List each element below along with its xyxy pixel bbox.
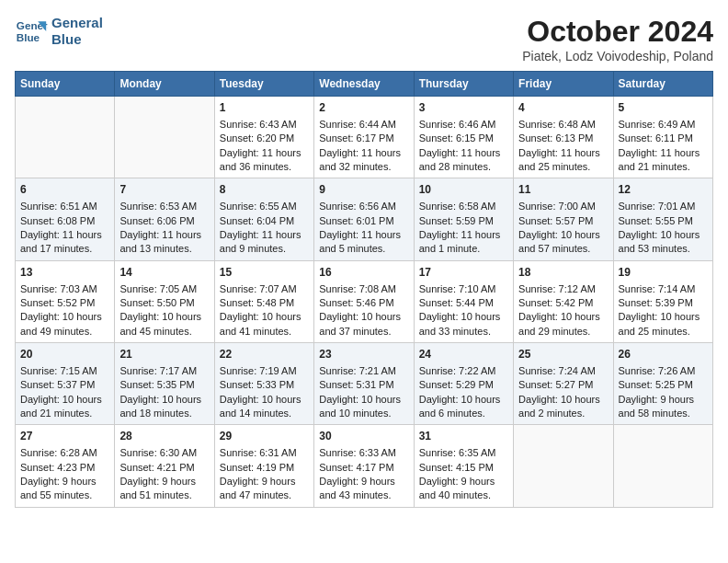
day-info: Sunset: 5:48 PM bbox=[220, 296, 309, 310]
day-info: Sunrise: 6:56 AM bbox=[319, 200, 408, 213]
day-number: 30 bbox=[319, 429, 408, 444]
day-info: Daylight: 10 hours and 53 minutes. bbox=[619, 228, 708, 257]
day-number: 22 bbox=[220, 347, 309, 362]
day-info: Daylight: 9 hours and 55 minutes. bbox=[20, 475, 109, 503]
table-cell: 14Sunrise: 7:05 AMSunset: 5:50 PMDayligh… bbox=[115, 260, 214, 342]
day-info: Sunset: 4:21 PM bbox=[119, 461, 209, 475]
day-number: 1 bbox=[220, 100, 309, 116]
day-info: Sunrise: 6:55 AM bbox=[220, 200, 309, 213]
table-cell: 28Sunrise: 6:30 AMSunset: 4:21 PMDayligh… bbox=[115, 425, 214, 507]
day-info: Daylight: 10 hours and 49 minutes. bbox=[20, 310, 109, 339]
day-info: Sunrise: 6:35 AM bbox=[419, 446, 508, 460]
day-number: 2 bbox=[319, 100, 408, 116]
day-info: Sunrise: 7:15 AM bbox=[20, 364, 109, 378]
day-number: 5 bbox=[619, 100, 708, 116]
table-cell: 25Sunrise: 7:24 AMSunset: 5:27 PMDayligh… bbox=[514, 343, 613, 425]
day-info: Sunset: 5:29 PM bbox=[419, 378, 508, 392]
day-info: Daylight: 11 hours and 36 minutes. bbox=[220, 146, 309, 175]
day-info: Sunrise: 6:51 AM bbox=[20, 200, 109, 213]
day-info: Sunset: 6:13 PM bbox=[518, 132, 608, 145]
day-info: Sunset: 6:17 PM bbox=[319, 132, 408, 145]
day-info: Sunrise: 7:22 AM bbox=[419, 364, 508, 378]
day-info: Daylight: 11 hours and 5 minutes. bbox=[319, 228, 408, 257]
day-info: Daylight: 10 hours and 18 minutes. bbox=[119, 393, 209, 421]
table-cell bbox=[514, 425, 613, 507]
day-info: Sunset: 6:01 PM bbox=[319, 214, 408, 228]
week-row-3: 20Sunrise: 7:15 AMSunset: 5:37 PMDayligh… bbox=[16, 343, 713, 425]
day-info: Sunset: 6:04 PM bbox=[220, 214, 309, 228]
table-cell: 2Sunrise: 6:44 AMSunset: 6:17 PMDaylight… bbox=[314, 97, 414, 178]
day-info: Sunset: 4:19 PM bbox=[220, 461, 309, 475]
day-info: Daylight: 11 hours and 25 minutes. bbox=[518, 146, 608, 175]
day-number: 15 bbox=[220, 265, 309, 281]
day-info: Sunset: 5:59 PM bbox=[419, 214, 508, 228]
day-number: 14 bbox=[119, 265, 209, 281]
logo-text: General bbox=[51, 15, 103, 31]
table-cell bbox=[115, 97, 214, 178]
day-info: Sunset: 6:08 PM bbox=[20, 214, 109, 228]
table-cell: 12Sunrise: 7:01 AMSunset: 5:55 PMDayligh… bbox=[613, 178, 712, 260]
day-number: 4 bbox=[518, 100, 608, 116]
header-tuesday: Tuesday bbox=[214, 72, 313, 97]
day-info: Sunset: 5:31 PM bbox=[319, 378, 408, 392]
day-number: 10 bbox=[419, 182, 508, 198]
table-cell: 17Sunrise: 7:10 AMSunset: 5:44 PMDayligh… bbox=[414, 260, 513, 342]
day-info: Sunset: 5:39 PM bbox=[619, 296, 708, 310]
day-number: 19 bbox=[619, 265, 708, 281]
day-info: Daylight: 10 hours and 37 minutes. bbox=[319, 310, 408, 339]
day-info: Sunrise: 6:49 AM bbox=[619, 118, 708, 132]
table-cell: 23Sunrise: 7:21 AMSunset: 5:31 PMDayligh… bbox=[314, 343, 414, 425]
header-thursday: Thursday bbox=[414, 72, 513, 97]
calendar-body: 1Sunrise: 6:43 AMSunset: 6:20 PMDaylight… bbox=[16, 97, 713, 508]
day-info: Sunset: 4:17 PM bbox=[319, 461, 408, 475]
day-info: Sunrise: 6:28 AM bbox=[20, 446, 109, 460]
header-friday: Friday bbox=[514, 72, 613, 97]
header-saturday: Saturday bbox=[613, 72, 712, 97]
day-info: Sunrise: 6:46 AM bbox=[419, 118, 508, 132]
day-info: Sunrise: 7:21 AM bbox=[319, 364, 408, 378]
day-info: Daylight: 11 hours and 17 minutes. bbox=[20, 228, 109, 257]
calendar-header: SundayMondayTuesdayWednesdayThursdayFrid… bbox=[16, 72, 713, 97]
table-cell: 29Sunrise: 6:31 AMSunset: 4:19 PMDayligh… bbox=[214, 425, 313, 507]
page-header: General Blue General Blue October 2024 P… bbox=[15, 15, 713, 63]
day-info: Daylight: 9 hours and 47 minutes. bbox=[220, 475, 309, 503]
table-cell: 18Sunrise: 7:12 AMSunset: 5:42 PMDayligh… bbox=[514, 260, 613, 342]
day-info: Sunset: 5:35 PM bbox=[119, 378, 209, 392]
day-number: 3 bbox=[419, 100, 508, 116]
day-info: Sunset: 4:15 PM bbox=[419, 461, 508, 475]
day-info: Daylight: 10 hours and 2 minutes. bbox=[518, 393, 608, 421]
day-info: Daylight: 10 hours and 33 minutes. bbox=[419, 310, 508, 339]
day-info: Daylight: 10 hours and 29 minutes. bbox=[518, 310, 608, 339]
table-cell bbox=[16, 97, 115, 178]
day-info: Sunset: 4:23 PM bbox=[20, 461, 109, 475]
day-info: Daylight: 11 hours and 32 minutes. bbox=[319, 146, 408, 175]
day-info: Sunrise: 6:43 AM bbox=[220, 118, 309, 132]
day-info: Daylight: 9 hours and 43 minutes. bbox=[319, 475, 408, 503]
day-number: 23 bbox=[319, 347, 408, 362]
day-info: Sunset: 5:50 PM bbox=[119, 296, 209, 310]
title-block: October 2024 Piatek, Lodz Voivodeship, P… bbox=[522, 15, 713, 63]
table-cell: 27Sunrise: 6:28 AMSunset: 4:23 PMDayligh… bbox=[16, 425, 115, 507]
table-cell: 13Sunrise: 7:03 AMSunset: 5:52 PMDayligh… bbox=[16, 260, 115, 342]
day-info: Daylight: 11 hours and 1 minute. bbox=[419, 228, 508, 257]
table-cell: 30Sunrise: 6:33 AMSunset: 4:17 PMDayligh… bbox=[314, 425, 414, 507]
calendar-title: October 2024 bbox=[522, 15, 713, 49]
day-info: Sunrise: 6:33 AM bbox=[319, 446, 408, 460]
table-cell: 31Sunrise: 6:35 AMSunset: 4:15 PMDayligh… bbox=[414, 425, 513, 507]
day-info: Sunset: 6:20 PM bbox=[220, 132, 309, 145]
table-cell: 11Sunrise: 7:00 AMSunset: 5:57 PMDayligh… bbox=[514, 178, 613, 260]
day-info: Daylight: 11 hours and 9 minutes. bbox=[220, 228, 309, 257]
day-info: Daylight: 11 hours and 28 minutes. bbox=[419, 146, 508, 175]
header-monday: Monday bbox=[115, 72, 214, 97]
day-info: Daylight: 10 hours and 14 minutes. bbox=[220, 393, 309, 421]
day-info: Sunrise: 7:08 AM bbox=[319, 282, 408, 296]
day-info: Daylight: 11 hours and 13 minutes. bbox=[119, 228, 209, 257]
calendar-subtitle: Piatek, Lodz Voivodeship, Poland bbox=[522, 49, 713, 63]
day-info: Daylight: 10 hours and 41 minutes. bbox=[220, 310, 309, 339]
day-info: Daylight: 10 hours and 21 minutes. bbox=[20, 393, 109, 421]
day-info: Sunrise: 7:00 AM bbox=[518, 200, 608, 213]
day-number: 31 bbox=[419, 429, 508, 444]
day-info: Sunrise: 7:12 AM bbox=[518, 282, 608, 296]
day-number: 24 bbox=[419, 347, 508, 362]
day-info: Sunset: 5:44 PM bbox=[419, 296, 508, 310]
